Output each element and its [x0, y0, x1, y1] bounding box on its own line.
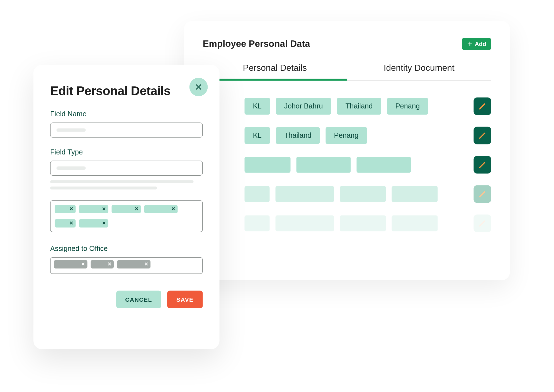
- tag: Thailand: [276, 127, 320, 144]
- field-name-label: Field Name: [50, 110, 203, 118]
- office-chip[interactable]: ✕: [91, 260, 114, 268]
- add-button-label: Add: [475, 41, 486, 47]
- tab-personal-details[interactable]: Personal Details: [203, 63, 347, 80]
- plus-icon: [467, 41, 473, 47]
- assigned-to-office-input[interactable]: ✕ ✕ ✕: [50, 257, 203, 274]
- option-chip[interactable]: ✕: [112, 205, 141, 213]
- edit-row-button[interactable]: [474, 215, 491, 232]
- close-button[interactable]: [189, 78, 208, 96]
- field-type-label: Field Type: [50, 148, 203, 156]
- edit-row-button[interactable]: [474, 185, 491, 203]
- placeholder-tag: [392, 186, 438, 202]
- tabs: Personal Details Identity Document: [203, 63, 491, 81]
- modal-header: Edit Personal Details: [50, 84, 203, 98]
- placeholder-tag: [276, 186, 334, 202]
- remove-icon[interactable]: ✕: [135, 206, 138, 212]
- cancel-button[interactable]: CANCEL: [116, 291, 161, 308]
- tag-group: [245, 157, 468, 173]
- remove-icon[interactable]: ✕: [171, 206, 175, 212]
- option-chip[interactable]: ✕: [55, 205, 76, 213]
- options-chip-box[interactable]: ✕ ✕ ✕ ✕ ✕ ✕: [50, 200, 203, 232]
- remove-icon[interactable]: ✕: [69, 206, 73, 212]
- tag-group: KL Thailand Penang: [245, 127, 468, 144]
- tag: Penang: [387, 98, 428, 115]
- edit-personal-details-modal: Edit Personal Details Field Name Field T…: [33, 65, 220, 349]
- pencil-icon: [477, 189, 487, 199]
- tag: Thailand: [337, 98, 381, 115]
- save-button[interactable]: SAVE: [167, 291, 203, 308]
- close-icon: [195, 83, 203, 91]
- placeholder-tag: [340, 186, 386, 202]
- rows-region: KL Johor Bahru Thailand Penang KL Thaila…: [203, 98, 491, 232]
- placeholder-tag: [245, 216, 270, 231]
- office-chip[interactable]: ✕: [54, 260, 88, 268]
- field-name-input[interactable]: [50, 122, 203, 137]
- modal-actions: CANCEL SAVE: [50, 291, 203, 308]
- placeholder-tag: [276, 216, 334, 231]
- tag: KL: [245, 98, 270, 115]
- add-button[interactable]: Add: [462, 38, 491, 50]
- placeholder-row: [245, 185, 491, 203]
- main-title: Employee Personal Data: [203, 38, 310, 49]
- pencil-icon: [477, 218, 487, 228]
- helper-text-skeleton: [50, 180, 203, 189]
- placeholder-row: [245, 215, 491, 232]
- employee-data-card: Employee Personal Data Add Personal Deta…: [184, 21, 510, 280]
- tag: Johor Bahru: [276, 98, 331, 115]
- remove-icon[interactable]: ✕: [108, 262, 111, 267]
- placeholder-row: [245, 156, 491, 174]
- tab-identity-document[interactable]: Identity Document: [347, 63, 491, 80]
- remove-icon[interactable]: ✕: [144, 262, 148, 267]
- placeholder-tag: [245, 157, 291, 173]
- placeholder-tag: [392, 216, 438, 231]
- data-row: KL Johor Bahru Thailand Penang: [245, 98, 491, 115]
- tag-group: KL Johor Bahru Thailand Penang: [245, 98, 468, 115]
- remove-icon[interactable]: ✕: [102, 206, 106, 212]
- main-header: Employee Personal Data Add: [203, 38, 491, 50]
- edit-row-button[interactable]: [474, 156, 491, 174]
- option-chip[interactable]: ✕: [79, 219, 108, 227]
- tag-group: [245, 216, 468, 231]
- office-chip[interactable]: ✕: [117, 260, 150, 268]
- option-chip[interactable]: ✕: [79, 205, 108, 213]
- remove-icon[interactable]: ✕: [102, 221, 106, 226]
- pencil-icon: [477, 130, 487, 141]
- edit-row-button[interactable]: [474, 127, 491, 144]
- remove-icon[interactable]: ✕: [69, 221, 73, 226]
- placeholder-tag: [297, 157, 351, 173]
- field-type-input[interactable]: [50, 160, 203, 175]
- pencil-icon: [477, 160, 487, 170]
- placeholder-tag: [340, 216, 386, 231]
- tag: KL: [245, 127, 270, 144]
- data-row: KL Thailand Penang: [245, 127, 491, 144]
- option-chip[interactable]: ✕: [55, 219, 76, 227]
- placeholder-tag: [357, 157, 411, 173]
- placeholder-tag: [245, 186, 270, 202]
- modal-title: Edit Personal Details: [50, 84, 171, 98]
- tag: Penang: [326, 127, 367, 144]
- tag-group: [245, 186, 468, 202]
- pencil-icon: [477, 101, 487, 111]
- assigned-to-office-label: Assigned to Office: [50, 245, 203, 253]
- option-chip[interactable]: ✕: [144, 205, 178, 213]
- edit-row-button[interactable]: [474, 98, 491, 115]
- remove-icon[interactable]: ✕: [81, 262, 85, 267]
